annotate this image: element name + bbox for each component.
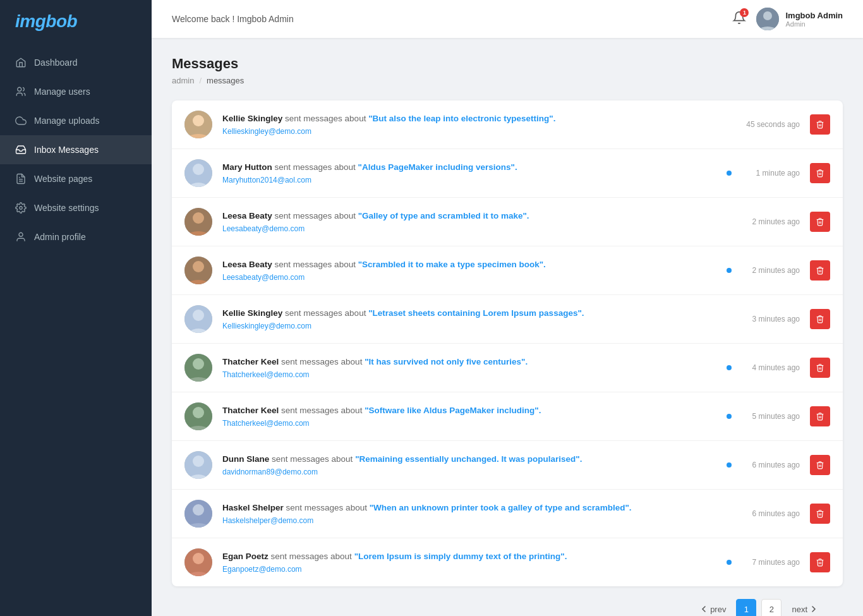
message-sender: Kellie Skingley: [222, 114, 282, 123]
svg-point-12: [193, 212, 204, 224]
svg-point-24: [193, 504, 204, 516]
content-area: Messages admin / messages Kellie Skingle…: [152, 38, 863, 616]
message-row: Kellie Skingley sent messages about "Let…: [172, 295, 843, 344]
message-subject: "Lorem Ipsum is simply dummy text of the…: [354, 552, 567, 561]
user-role: Admin: [785, 20, 843, 28]
sidebar-item-inbox-messages[interactable]: Inbox Messages: [0, 135, 152, 164]
message-subject: "But also the leap into electronic types…: [368, 114, 555, 123]
message-avatar: [184, 354, 212, 382]
message-time: 5 minutes ago: [737, 412, 800, 421]
delete-button[interactable]: [810, 455, 830, 475]
delete-button[interactable]: [810, 406, 830, 426]
message-meta: 6 minutes ago: [737, 509, 800, 518]
sidebar-item-admin-profile[interactable]: Admin profile: [0, 222, 152, 251]
page-button-1[interactable]: 1: [736, 599, 756, 616]
chevron-right-icon: [810, 605, 818, 613]
delete-button[interactable]: [810, 552, 830, 572]
svg-point-3: [20, 207, 23, 210]
delete-button[interactable]: [810, 212, 830, 232]
message-about: sent messages about: [275, 211, 358, 220]
message-meta: 6 minutes ago: [727, 461, 800, 469]
message-body: Kellie Skingley sent messages about "But…: [222, 113, 727, 136]
message-email: Leesabeaty@demo.com: [222, 224, 727, 233]
message-avatar: [184, 111, 212, 138]
message-row: Leesa Beaty sent messages about "Scrambl…: [172, 246, 843, 295]
message-subject: "Galley of type and scrambled it to make…: [358, 211, 529, 220]
trash-icon: [816, 266, 824, 275]
user-info[interactable]: Imgbob Admin Admin: [756, 8, 843, 30]
message-email: Kellieskingley@demo.com: [222, 127, 727, 136]
trash-icon: [816, 217, 824, 226]
gear-icon: [15, 202, 27, 214]
unread-dot: [727, 171, 732, 176]
message-avatar: [184, 305, 212, 333]
sidebar-item-manage-uploads[interactable]: Manage uploads: [0, 106, 152, 135]
svg-point-22: [193, 456, 204, 467]
message-sender: Leesa Beaty: [222, 211, 272, 220]
sidebar-item-website-pages[interactable]: Website pages: [0, 164, 152, 193]
message-body: Egan Poetz sent messages about "Lorem Ip…: [222, 551, 716, 574]
message-sender: Egan Poetz: [222, 552, 269, 561]
message-subject: "Aldus PageMaker including versions".: [358, 162, 517, 172]
message-time: 3 minutes ago: [737, 315, 800, 323]
svg-point-8: [193, 115, 204, 126]
message-subject: "Software like Aldus PageMaker including…: [365, 406, 541, 415]
message-about: sent messages about: [281, 406, 365, 415]
delete-button[interactable]: [810, 163, 830, 183]
unread-dot: [727, 462, 732, 468]
message-sender: Leesa Beaty: [222, 260, 272, 269]
sidebar-item-label: Manage uploads: [34, 116, 100, 126]
sidebar-item-website-settings[interactable]: Website settings: [0, 193, 152, 222]
message-avatar: [184, 548, 212, 576]
message-about: sent messages about: [285, 114, 368, 123]
page-button-2[interactable]: 2: [761, 599, 782, 616]
prev-button[interactable]: prev: [695, 602, 731, 617]
delete-button[interactable]: [810, 260, 830, 281]
svg-point-14: [193, 261, 204, 272]
message-meta: 45 seconds ago: [737, 120, 800, 129]
delete-button[interactable]: [810, 114, 830, 135]
unread-dot: [727, 414, 732, 419]
sidebar-item-manage-users[interactable]: Manage users: [0, 77, 152, 106]
breadcrumb-current: messages: [207, 76, 244, 85]
message-text: Dunn Slane sent messages about "Remainin…: [222, 454, 716, 466]
sidebar-item-label: Inbox Messages: [34, 145, 99, 155]
message-about: sent messages about: [281, 357, 365, 366]
breadcrumb-home: admin: [172, 76, 194, 85]
message-text: Mary Hutton sent messages about "Aldus P…: [222, 162, 716, 174]
message-text: Kellie Skingley sent messages about "Let…: [222, 308, 727, 320]
unread-dot: [727, 560, 732, 565]
breadcrumb: admin / messages: [172, 76, 843, 85]
avatar-image: [756, 8, 779, 30]
sidebar-item-label: Admin profile: [34, 232, 86, 242]
next-button[interactable]: next: [787, 602, 823, 617]
user-details: Imgbob Admin Admin: [785, 11, 843, 28]
chevron-left-icon: [700, 605, 708, 613]
top-header: Welcome back ! Imgbob Admin 1: [152, 0, 863, 38]
header-right: 1 Imgbob Admin Admin: [732, 8, 843, 30]
sidebar-item-dashboard[interactable]: Dashboard: [0, 48, 152, 77]
trash-icon: [816, 315, 824, 323]
sidebar: imgbob Dashboard Manage users Mana: [0, 0, 152, 616]
message-sender: Haskel Shelper: [222, 503, 284, 512]
message-meta: 4 minutes ago: [727, 363, 800, 372]
message-row: Haskel Shelper sent messages about "When…: [172, 490, 843, 538]
svg-point-26: [193, 553, 204, 564]
message-email: Eganpoetz@demo.com: [222, 565, 716, 574]
message-row: Dunn Slane sent messages about "Remainin…: [172, 441, 843, 490]
message-meta: 3 minutes ago: [737, 315, 800, 323]
welcome-text: Welcome back ! Imgbob Admin: [172, 14, 294, 24]
trash-icon: [816, 558, 824, 567]
delete-button[interactable]: [810, 358, 830, 378]
delete-button[interactable]: [810, 309, 830, 329]
message-subject: "It has survived not only five centuries…: [365, 357, 528, 366]
sidebar-item-label: Dashboard: [34, 57, 78, 68]
notification-bell[interactable]: 1: [732, 11, 746, 27]
message-sender: Thatcher Keel: [222, 406, 279, 415]
page-title: Messages: [172, 56, 843, 72]
svg-point-0: [18, 87, 21, 91]
message-text: Thatcher Keel sent messages about "It ha…: [222, 356, 716, 368]
delete-button[interactable]: [810, 504, 830, 524]
message-text: Kellie Skingley sent messages about "But…: [222, 113, 727, 125]
trash-icon: [816, 363, 824, 372]
